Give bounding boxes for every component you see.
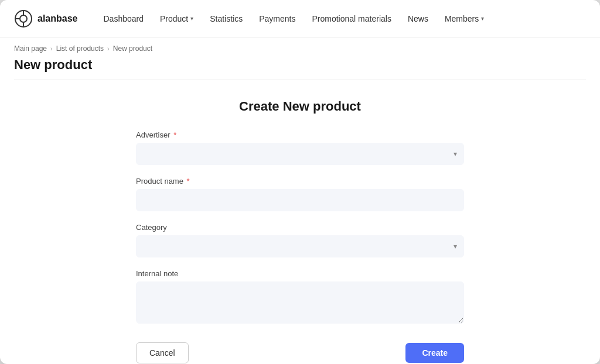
chevron-down-icon-members: ▾ (481, 15, 484, 22)
nav-item-statistics[interactable]: Statistics (203, 9, 250, 28)
app-window: alanbase Dashboard Product ▾ Statistics (0, 0, 600, 364)
page-title: New product (14, 57, 586, 73)
breadcrumb-sep-2: › (107, 45, 110, 52)
form-card: Create New product Advertiser * ▾ Produc… (136, 99, 464, 345)
logo[interactable]: alanbase (14, 9, 77, 28)
form-group-advertiser: Advertiser * ▾ (136, 131, 464, 165)
internal-note-textarea[interactable] (136, 281, 464, 324)
nav-item-product[interactable]: Product ▾ (153, 9, 200, 28)
nav-item-payments[interactable]: Payments (252, 9, 302, 28)
breadcrumb-sep-1: › (50, 45, 53, 52)
internal-note-label: Internal note (136, 269, 464, 278)
create-button[interactable]: Create (405, 343, 464, 363)
product-name-label: Product name * (136, 177, 464, 186)
form-actions: Cancel Create (136, 342, 464, 363)
main-content: Create New product Advertiser * ▾ Produc… (0, 80, 600, 364)
nav-item-members[interactable]: Members ▾ (438, 9, 491, 28)
advertiser-label: Advertiser * (136, 131, 464, 139)
logo-text: alanbase (38, 13, 77, 24)
product-name-required: * (185, 177, 190, 186)
chevron-down-icon: ▾ (190, 15, 193, 22)
nav-item-promotional-materials[interactable]: Promotional materials (305, 9, 398, 28)
breadcrumb: Main page › List of products › New produ… (14, 44, 586, 53)
nav-link-promotional-materials[interactable]: Promotional materials (305, 9, 398, 28)
form-group-product-name: Product name * (136, 177, 464, 211)
logo-icon (14, 9, 33, 28)
nav-link-payments[interactable]: Payments (252, 9, 302, 28)
nav-links: Dashboard Product ▾ Statistics Payments (96, 9, 491, 28)
nav-item-news[interactable]: News (401, 9, 435, 28)
page-header: Main page › List of products › New produ… (0, 37, 600, 80)
product-name-input[interactable] (136, 189, 464, 211)
form-title: Create New product (136, 99, 464, 114)
breadcrumb-main-page[interactable]: Main page (14, 44, 47, 53)
advertiser-select-wrapper: ▾ (136, 143, 464, 165)
nav-link-statistics[interactable]: Statistics (203, 9, 250, 28)
nav-link-news[interactable]: News (401, 9, 435, 28)
category-label: Category (136, 223, 464, 232)
nav-link-product[interactable]: Product ▾ (153, 9, 200, 28)
breadcrumb-list-of-products[interactable]: List of products (56, 44, 104, 53)
form-group-internal-note: Internal note (136, 269, 464, 326)
nav-item-dashboard[interactable]: Dashboard (96, 9, 151, 28)
category-select[interactable] (136, 235, 464, 257)
breadcrumb-new-product: New product (113, 44, 152, 53)
advertiser-select[interactable] (136, 143, 464, 165)
form-group-category: Category ▾ (136, 223, 464, 257)
nav-link-members[interactable]: Members ▾ (438, 9, 491, 28)
advertiser-required: * (172, 131, 177, 139)
category-select-wrapper: ▾ (136, 235, 464, 257)
navbar: alanbase Dashboard Product ▾ Statistics (0, 0, 600, 37)
svg-point-1 (20, 15, 27, 22)
cancel-button[interactable]: Cancel (136, 342, 189, 363)
nav-link-dashboard[interactable]: Dashboard (96, 9, 151, 28)
